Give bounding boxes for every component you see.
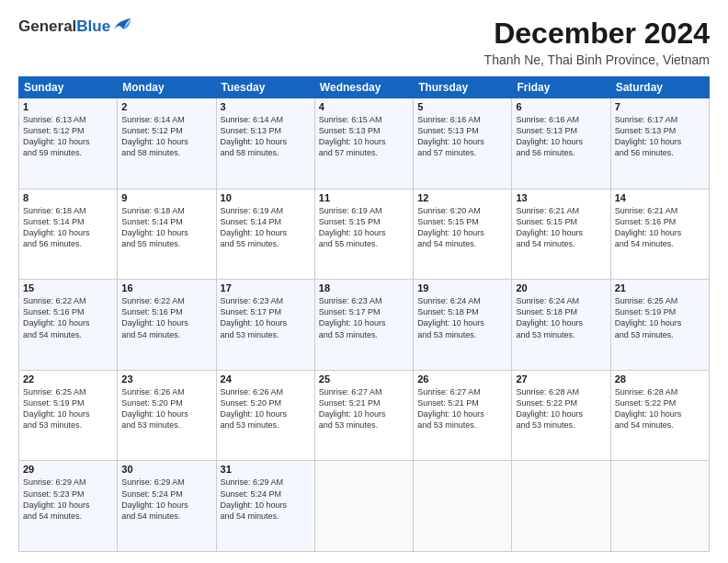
day-info: Sunrise: 6:18 AMSunset: 5:14 PMDaylight:… — [23, 205, 113, 250]
day-info: Sunrise: 6:28 AMSunset: 5:22 PMDaylight:… — [615, 386, 705, 431]
table-row: 5Sunrise: 6:16 AMSunset: 5:13 PMDaylight… — [414, 98, 512, 190]
day-info: Sunrise: 6:27 AMSunset: 5:21 PMDaylight:… — [417, 386, 507, 431]
logo: General Blue — [18, 17, 132, 37]
day-info: Sunrise: 6:16 AMSunset: 5:13 PMDaylight:… — [417, 114, 507, 159]
logo-bird-icon — [112, 17, 132, 37]
title-block: December 2024 Thanh Ne, Thai Binh Provin… — [484, 17, 710, 67]
calendar-week-row: 1Sunrise: 6:13 AMSunset: 5:12 PMDaylight… — [19, 98, 710, 190]
header-friday: Friday — [512, 77, 610, 98]
table-row: 7Sunrise: 6:17 AMSunset: 5:13 PMDaylight… — [610, 98, 709, 190]
table-row: 18Sunrise: 6:23 AMSunset: 5:17 PMDayligh… — [314, 280, 413, 371]
table-row — [414, 461, 512, 552]
day-info: Sunrise: 6:29 AMSunset: 5:23 PMDaylight:… — [23, 477, 113, 522]
day-number: 1 — [23, 101, 113, 112]
table-row: 2Sunrise: 6:14 AMSunset: 5:12 PMDaylight… — [118, 98, 216, 190]
calendar-table: Sunday Monday Tuesday Wednesday Thursday… — [18, 76, 710, 552]
day-number: 25 — [319, 373, 409, 385]
day-number: 9 — [121, 192, 211, 203]
header-monday: Monday — [118, 77, 216, 98]
day-number: 31 — [221, 464, 311, 475]
table-row: 1Sunrise: 6:13 AMSunset: 5:12 PMDaylight… — [19, 98, 118, 190]
calendar-week-row: 29Sunrise: 6:29 AMSunset: 5:23 PMDayligh… — [19, 461, 710, 552]
day-info: Sunrise: 6:21 AMSunset: 5:15 PMDaylight:… — [516, 205, 606, 250]
page: General Blue December 2024 Thanh Ne, Tha… — [0, 0, 728, 563]
day-info: Sunrise: 6:14 AMSunset: 5:13 PMDaylight:… — [221, 114, 311, 159]
day-info: Sunrise: 6:25 AMSunset: 5:19 PMDaylight:… — [23, 386, 113, 431]
day-number: 2 — [121, 101, 211, 112]
day-info: Sunrise: 6:28 AMSunset: 5:22 PMDaylight:… — [516, 386, 606, 431]
day-number: 3 — [221, 101, 311, 112]
day-info: Sunrise: 6:19 AMSunset: 5:15 PMDaylight:… — [319, 205, 409, 250]
table-row: 6Sunrise: 6:16 AMSunset: 5:13 PMDaylight… — [512, 98, 610, 190]
table-row: 20Sunrise: 6:24 AMSunset: 5:18 PMDayligh… — [512, 280, 610, 371]
day-number: 4 — [319, 101, 409, 112]
table-row: 31Sunrise: 6:29 AMSunset: 5:24 PMDayligh… — [216, 461, 314, 552]
table-row: 12Sunrise: 6:20 AMSunset: 5:15 PMDayligh… — [414, 189, 512, 280]
day-info: Sunrise: 6:24 AMSunset: 5:18 PMDaylight:… — [516, 295, 606, 340]
day-number: 22 — [23, 373, 113, 385]
day-number: 26 — [417, 373, 507, 385]
table-row: 21Sunrise: 6:25 AMSunset: 5:19 PMDayligh… — [610, 280, 709, 371]
header: General Blue December 2024 Thanh Ne, Tha… — [18, 17, 710, 67]
header-thursday: Thursday — [414, 77, 512, 98]
table-row: 25Sunrise: 6:27 AMSunset: 5:21 PMDayligh… — [314, 370, 413, 461]
day-info: Sunrise: 6:21 AMSunset: 5:16 PMDaylight:… — [615, 205, 705, 250]
day-number: 20 — [516, 282, 606, 293]
day-info: Sunrise: 6:29 AMSunset: 5:24 PMDaylight:… — [221, 477, 311, 522]
logo-blue-text: Blue — [76, 17, 110, 36]
table-row — [314, 461, 413, 552]
day-info: Sunrise: 6:24 AMSunset: 5:18 PMDaylight:… — [417, 295, 507, 340]
day-info: Sunrise: 6:18 AMSunset: 5:14 PMDaylight:… — [121, 205, 211, 250]
day-info: Sunrise: 6:26 AMSunset: 5:20 PMDaylight:… — [121, 386, 211, 431]
day-info: Sunrise: 6:27 AMSunset: 5:21 PMDaylight:… — [319, 386, 409, 431]
day-info: Sunrise: 6:22 AMSunset: 5:16 PMDaylight:… — [121, 295, 211, 340]
table-row: 14Sunrise: 6:21 AMSunset: 5:16 PMDayligh… — [610, 189, 709, 280]
day-info: Sunrise: 6:16 AMSunset: 5:13 PMDaylight:… — [516, 114, 606, 159]
day-info: Sunrise: 6:26 AMSunset: 5:20 PMDaylight:… — [221, 386, 311, 431]
day-number: 18 — [319, 282, 409, 293]
day-info: Sunrise: 6:13 AMSunset: 5:12 PMDaylight:… — [23, 114, 113, 159]
header-sunday: Sunday — [19, 77, 118, 98]
day-number: 21 — [615, 282, 705, 293]
calendar-week-row: 22Sunrise: 6:25 AMSunset: 5:19 PMDayligh… — [19, 370, 710, 461]
table-row: 27Sunrise: 6:28 AMSunset: 5:22 PMDayligh… — [512, 370, 610, 461]
day-number: 17 — [221, 282, 311, 293]
table-row: 8Sunrise: 6:18 AMSunset: 5:14 PMDaylight… — [19, 189, 118, 280]
table-row: 28Sunrise: 6:28 AMSunset: 5:22 PMDayligh… — [610, 370, 709, 461]
calendar-week-row: 15Sunrise: 6:22 AMSunset: 5:16 PMDayligh… — [19, 280, 710, 371]
table-row: 29Sunrise: 6:29 AMSunset: 5:23 PMDayligh… — [19, 461, 118, 552]
calendar-week-row: 8Sunrise: 6:18 AMSunset: 5:14 PMDaylight… — [19, 189, 710, 280]
day-number: 29 — [23, 464, 113, 475]
day-number: 8 — [23, 192, 113, 203]
day-number: 13 — [516, 192, 606, 203]
table-row: 9Sunrise: 6:18 AMSunset: 5:14 PMDaylight… — [118, 189, 216, 280]
day-number: 16 — [121, 282, 211, 293]
header-wednesday: Wednesday — [314, 77, 413, 98]
day-info: Sunrise: 6:29 AMSunset: 5:24 PMDaylight:… — [121, 477, 211, 522]
header-saturday: Saturday — [610, 77, 709, 98]
day-info: Sunrise: 6:23 AMSunset: 5:17 PMDaylight:… — [319, 295, 409, 340]
table-row: 26Sunrise: 6:27 AMSunset: 5:21 PMDayligh… — [414, 370, 512, 461]
day-info: Sunrise: 6:22 AMSunset: 5:16 PMDaylight:… — [23, 295, 113, 340]
day-info: Sunrise: 6:25 AMSunset: 5:19 PMDaylight:… — [615, 295, 705, 340]
day-number: 24 — [221, 373, 311, 385]
table-row: 15Sunrise: 6:22 AMSunset: 5:16 PMDayligh… — [19, 280, 118, 371]
location-subtitle: Thanh Ne, Thai Binh Province, Vietnam — [484, 52, 710, 67]
table-row: 24Sunrise: 6:26 AMSunset: 5:20 PMDayligh… — [216, 370, 314, 461]
header-tuesday: Tuesday — [216, 77, 314, 98]
day-number: 7 — [615, 101, 705, 112]
table-row: 23Sunrise: 6:26 AMSunset: 5:20 PMDayligh… — [118, 370, 216, 461]
table-row — [512, 461, 610, 552]
calendar-header-row: Sunday Monday Tuesday Wednesday Thursday… — [19, 77, 710, 98]
day-number: 14 — [615, 192, 705, 203]
table-row — [610, 461, 709, 552]
day-number: 23 — [121, 373, 211, 385]
table-row: 17Sunrise: 6:23 AMSunset: 5:17 PMDayligh… — [216, 280, 314, 371]
day-number: 30 — [121, 464, 211, 475]
day-number: 15 — [23, 282, 113, 293]
table-row: 3Sunrise: 6:14 AMSunset: 5:13 PMDaylight… — [216, 98, 314, 190]
day-number: 11 — [319, 192, 409, 203]
table-row: 16Sunrise: 6:22 AMSunset: 5:16 PMDayligh… — [118, 280, 216, 371]
day-info: Sunrise: 6:15 AMSunset: 5:13 PMDaylight:… — [319, 114, 409, 159]
day-number: 19 — [417, 282, 507, 293]
